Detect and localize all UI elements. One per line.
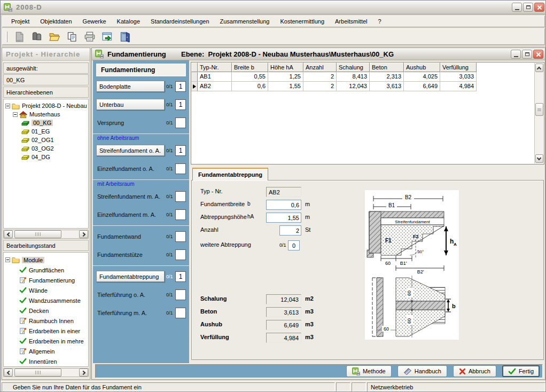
tree-node-level-04-dg[interactable]: 04_DG — [20, 153, 88, 161]
collapse-icon[interactable] — [5, 257, 10, 262]
collapse-icon[interactable] — [5, 104, 10, 108]
einzelfundament-oa-value-box[interactable] — [175, 163, 186, 174]
tree-node-level-03-og2[interactable]: 03_OG2 — [20, 144, 88, 153]
cell-typ[interactable]: AB2 — [198, 82, 232, 91]
streifenfundament-ma-label[interactable]: Streifenfundament m. A. — [96, 193, 165, 200]
column-header[interactable]: Breite b — [232, 62, 268, 72]
column-header[interactable]: Anzahl — [303, 62, 337, 72]
streifenfundament-oa-value-box[interactable]: 1 — [175, 145, 186, 156]
module-item-decken[interactable]: Decken — [18, 305, 88, 316]
einzelfundament-ma-label[interactable]: Einzelfundament m. A. — [96, 211, 165, 218]
module-item-erdarbeiten-einer[interactable]: Erdarbeiten in einer — [18, 326, 88, 336]
tree-node-module-root[interactable]: Module — [4, 255, 88, 265]
table-row-ab2-active[interactable]: AB2 0,6 1,55 2 12,043 3,613 6,649 4,984 — [191, 82, 544, 91]
module-item-grundflaechen[interactable]: Grundflächen — [18, 265, 88, 275]
scrollbar-thumb[interactable] — [14, 369, 61, 377]
einzelfundament-ma-value-box[interactable] — [175, 209, 186, 220]
module-item-innentueren[interactable]: Innentüren — [18, 356, 88, 366]
restore-button[interactable] — [523, 3, 533, 12]
print-button[interactable] — [82, 30, 97, 44]
tab-fundamentabtreppung[interactable]: Fundamentabtreppung — [192, 168, 268, 181]
tree-node-level-00-kg[interactable]: 00_KG — [20, 119, 88, 127]
menu-projekt[interactable]: Projekt — [6, 17, 35, 26]
collapse-icon[interactable] — [13, 112, 18, 117]
streifenfundament-ma-value-box[interactable] — [175, 191, 186, 202]
tieferfuehrung-oa-label[interactable]: Tieferführung o. A. — [96, 292, 165, 298]
cell-anzahl[interactable]: 2 — [303, 82, 337, 91]
scroll-up-button[interactable] — [535, 64, 543, 72]
scroll-down-button[interactable] — [535, 154, 543, 163]
menu-kataloge[interactable]: Kataloge — [112, 17, 145, 26]
open-project-button[interactable] — [29, 30, 44, 44]
tieferfuehrung-ma-label[interactable]: Tieferführung m. A. — [96, 310, 165, 316]
module-item-wandzusammenstellung[interactable]: Wandzusammenste — [18, 295, 88, 305]
scrollbar-thumb[interactable] — [535, 103, 543, 116]
hierarchy-horizontal-scrollbar[interactable] — [3, 230, 89, 239]
cell-verfuellung[interactable]: 4,984 — [440, 82, 477, 91]
fundamentstuetze-label[interactable]: Fundamentstütze — [96, 252, 165, 258]
methode-button[interactable]: Methode — [346, 365, 392, 377]
new-document-button[interactable] — [12, 30, 27, 44]
module-item-fundamentierung[interactable]: Fundamentierung — [18, 275, 88, 285]
export-button[interactable] — [100, 30, 115, 44]
open-folder-button[interactable] — [47, 30, 62, 44]
scrollbar-thumb[interactable] — [14, 230, 61, 238]
column-header[interactable]: Verfüllung — [440, 62, 477, 72]
column-header[interactable]: Höhe hA — [268, 62, 303, 72]
menu-kostenermittlung[interactable]: Kostenermittlung — [275, 17, 330, 26]
status-horizontal-scrollbar[interactable] — [3, 368, 89, 377]
cell-aushub[interactable]: 6,649 — [404, 82, 440, 91]
tree-node-project[interactable]: Projekt 2008-D - Neubau — [4, 101, 88, 110]
column-header[interactable]: Beton — [370, 62, 404, 72]
cell-hoehe[interactable]: 1,55 — [268, 82, 303, 91]
cell-aushub[interactable]: 4,025 — [404, 72, 440, 82]
cell-verfuellung[interactable]: 3,033 — [440, 72, 477, 82]
tree-node-level-02-og1[interactable]: 02_OG1 — [20, 136, 88, 144]
handbuch-button[interactable]: Handbuch — [397, 365, 447, 377]
module-item-waende[interactable]: Wände — [18, 285, 88, 295]
menu-zusammenstellung[interactable]: Zusammenstellung — [215, 17, 275, 26]
fundamentwand-label[interactable]: Fundamentwand — [96, 233, 165, 240]
scroll-right-button[interactable] — [79, 230, 88, 238]
row-selector[interactable] — [191, 72, 198, 82]
tree-node-building[interactable]: Musterhaus — [11, 110, 88, 119]
fundamentstuetze-value-box[interactable] — [175, 249, 186, 260]
minimize-button[interactable] — [512, 3, 522, 12]
menu-objektdaten[interactable]: Objektdaten — [35, 17, 77, 26]
unterbau-value-box[interactable]: 1 — [175, 99, 186, 110]
menu-arbeitsmittel[interactable]: Arbeitsmittel — [330, 17, 373, 26]
scroll-right-button[interactable] — [79, 369, 88, 377]
menu-gewerke[interactable]: Gewerke — [77, 17, 112, 26]
einzelfundament-oa-label[interactable]: Einzelfundament o. A. — [96, 166, 165, 172]
unterbau-button[interactable]: Unterbau — [96, 99, 165, 110]
anzahl-input[interactable] — [279, 225, 301, 236]
scroll-left-button[interactable] — [4, 369, 13, 377]
copy-button[interactable] — [65, 30, 80, 44]
column-header[interactable]: Typ-Nr. — [198, 62, 232, 72]
cell-hoehe[interactable]: 1,25 — [268, 72, 303, 82]
tieferfuehrung-ma-value-box[interactable] — [175, 308, 186, 318]
streifenfundament-oa-button[interactable]: Streifenfundament o. A. — [96, 145, 165, 156]
fundamentbreite-input[interactable] — [266, 200, 301, 210]
module-item-allgemein[interactable]: Allgemein — [18, 346, 88, 356]
cell-schalung[interactable]: 8,413 — [337, 72, 370, 82]
table-row-ab1[interactable]: AB1 0,55 1,25 2 8,413 2,313 4,025 3,033 — [191, 72, 544, 82]
cell-beton[interactable]: 2,313 — [370, 72, 404, 82]
close-button[interactable] — [533, 50, 543, 59]
bodenplatte-value-box[interactable]: 1 — [175, 81, 186, 92]
fundamentabtreppung-button[interactable]: Fundamentabtreppung — [96, 271, 165, 282]
fundamentabtreppung-value-box[interactable]: 1 — [175, 271, 186, 282]
column-header[interactable]: Schalung — [337, 62, 370, 72]
tree-node-level-01-eg[interactable]: 01_EG — [20, 127, 88, 136]
row-selector-active[interactable] — [191, 82, 198, 91]
table-vertical-scrollbar[interactable] — [534, 63, 543, 163]
cell-typ[interactable]: AB1 — [198, 72, 232, 82]
tieferfuehrung-oa-value-box[interactable] — [175, 289, 186, 300]
exit-button[interactable] — [118, 30, 132, 44]
menu-help[interactable]: ? — [373, 17, 387, 26]
scroll-left-button[interactable] — [4, 230, 13, 238]
cell-beton[interactable]: 3,613 — [370, 82, 404, 91]
maximize-button[interactable] — [522, 50, 532, 59]
fertig-button[interactable]: Fertig — [502, 365, 540, 377]
cell-breite[interactable]: 0,55 — [232, 72, 268, 82]
